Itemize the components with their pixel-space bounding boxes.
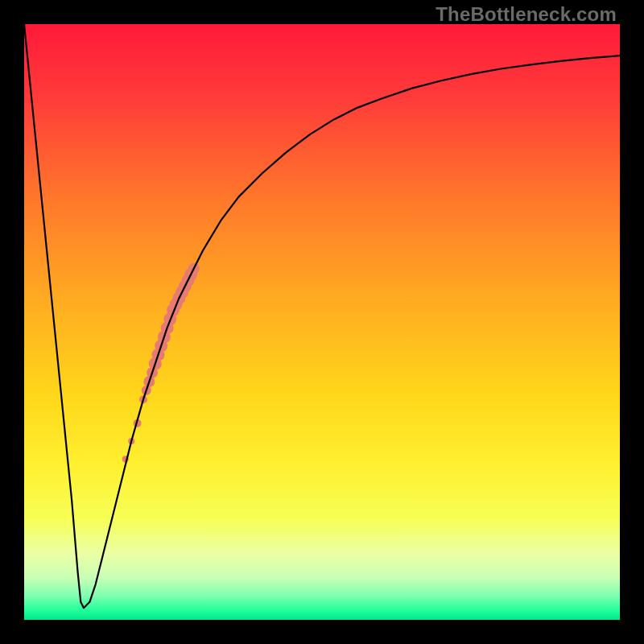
plot-area xyxy=(24,24,620,620)
chart-frame: TheBottleneck.com xyxy=(0,0,644,644)
watermark-text: TheBottleneck.com xyxy=(436,3,617,26)
bottleneck-curve xyxy=(24,24,620,608)
curve-layer xyxy=(24,24,620,620)
